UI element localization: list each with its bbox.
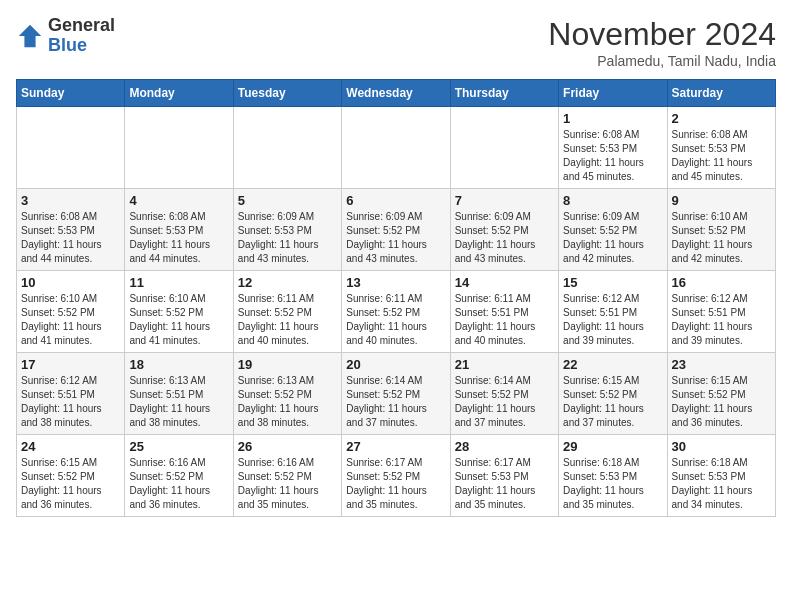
logo-general-text: General [48, 15, 115, 35]
calendar-cell: 2Sunrise: 6:08 AM Sunset: 5:53 PM Daylig… [667, 107, 775, 189]
calendar-cell: 3Sunrise: 6:08 AM Sunset: 5:53 PM Daylig… [17, 189, 125, 271]
day-info: Sunrise: 6:17 AM Sunset: 5:53 PM Dayligh… [455, 456, 554, 512]
calendar-cell: 27Sunrise: 6:17 AM Sunset: 5:52 PM Dayli… [342, 435, 450, 517]
calendar-cell [17, 107, 125, 189]
calendar-cell: 7Sunrise: 6:09 AM Sunset: 5:52 PM Daylig… [450, 189, 558, 271]
calendar-cell: 16Sunrise: 6:12 AM Sunset: 5:51 PM Dayli… [667, 271, 775, 353]
weekday-row: SundayMondayTuesdayWednesdayThursdayFrid… [17, 80, 776, 107]
day-number: 13 [346, 275, 445, 290]
day-info: Sunrise: 6:10 AM Sunset: 5:52 PM Dayligh… [672, 210, 771, 266]
calendar-cell: 23Sunrise: 6:15 AM Sunset: 5:52 PM Dayli… [667, 353, 775, 435]
calendar-week-row: 1Sunrise: 6:08 AM Sunset: 5:53 PM Daylig… [17, 107, 776, 189]
day-info: Sunrise: 6:11 AM Sunset: 5:52 PM Dayligh… [346, 292, 445, 348]
calendar-cell: 15Sunrise: 6:12 AM Sunset: 5:51 PM Dayli… [559, 271, 667, 353]
day-number: 15 [563, 275, 662, 290]
calendar-cell [342, 107, 450, 189]
calendar-cell: 22Sunrise: 6:15 AM Sunset: 5:52 PM Dayli… [559, 353, 667, 435]
day-info: Sunrise: 6:15 AM Sunset: 5:52 PM Dayligh… [21, 456, 120, 512]
day-number: 16 [672, 275, 771, 290]
weekday-header: Wednesday [342, 80, 450, 107]
day-info: Sunrise: 6:13 AM Sunset: 5:51 PM Dayligh… [129, 374, 228, 430]
calendar-cell: 8Sunrise: 6:09 AM Sunset: 5:52 PM Daylig… [559, 189, 667, 271]
calendar-cell: 24Sunrise: 6:15 AM Sunset: 5:52 PM Dayli… [17, 435, 125, 517]
weekday-header: Tuesday [233, 80, 341, 107]
day-info: Sunrise: 6:11 AM Sunset: 5:51 PM Dayligh… [455, 292, 554, 348]
calendar-cell: 1Sunrise: 6:08 AM Sunset: 5:53 PM Daylig… [559, 107, 667, 189]
day-number: 17 [21, 357, 120, 372]
day-info: Sunrise: 6:15 AM Sunset: 5:52 PM Dayligh… [563, 374, 662, 430]
day-number: 12 [238, 275, 337, 290]
calendar-week-row: 24Sunrise: 6:15 AM Sunset: 5:52 PM Dayli… [17, 435, 776, 517]
day-number: 28 [455, 439, 554, 454]
calendar-cell: 19Sunrise: 6:13 AM Sunset: 5:52 PM Dayli… [233, 353, 341, 435]
weekday-header: Saturday [667, 80, 775, 107]
calendar-cell: 9Sunrise: 6:10 AM Sunset: 5:52 PM Daylig… [667, 189, 775, 271]
day-info: Sunrise: 6:12 AM Sunset: 5:51 PM Dayligh… [563, 292, 662, 348]
calendar-table: SundayMondayTuesdayWednesdayThursdayFrid… [16, 79, 776, 517]
day-number: 1 [563, 111, 662, 126]
weekday-header: Thursday [450, 80, 558, 107]
calendar-cell: 14Sunrise: 6:11 AM Sunset: 5:51 PM Dayli… [450, 271, 558, 353]
day-info: Sunrise: 6:09 AM Sunset: 5:52 PM Dayligh… [455, 210, 554, 266]
calendar-cell: 26Sunrise: 6:16 AM Sunset: 5:52 PM Dayli… [233, 435, 341, 517]
day-number: 23 [672, 357, 771, 372]
day-info: Sunrise: 6:15 AM Sunset: 5:52 PM Dayligh… [672, 374, 771, 430]
calendar-cell [125, 107, 233, 189]
day-info: Sunrise: 6:10 AM Sunset: 5:52 PM Dayligh… [21, 292, 120, 348]
day-number: 21 [455, 357, 554, 372]
calendar-cell [233, 107, 341, 189]
weekday-header: Friday [559, 80, 667, 107]
logo-blue-text: Blue [48, 35, 87, 55]
month-title: November 2024 [548, 16, 776, 53]
day-number: 2 [672, 111, 771, 126]
day-number: 7 [455, 193, 554, 208]
logo: General Blue [16, 16, 115, 56]
day-number: 25 [129, 439, 228, 454]
day-info: Sunrise: 6:18 AM Sunset: 5:53 PM Dayligh… [563, 456, 662, 512]
weekday-header: Sunday [17, 80, 125, 107]
day-number: 29 [563, 439, 662, 454]
calendar-cell: 20Sunrise: 6:14 AM Sunset: 5:52 PM Dayli… [342, 353, 450, 435]
day-number: 8 [563, 193, 662, 208]
day-number: 9 [672, 193, 771, 208]
day-number: 14 [455, 275, 554, 290]
day-info: Sunrise: 6:16 AM Sunset: 5:52 PM Dayligh… [238, 456, 337, 512]
calendar-body: 1Sunrise: 6:08 AM Sunset: 5:53 PM Daylig… [17, 107, 776, 517]
day-number: 11 [129, 275, 228, 290]
calendar-cell: 12Sunrise: 6:11 AM Sunset: 5:52 PM Dayli… [233, 271, 341, 353]
day-number: 6 [346, 193, 445, 208]
day-info: Sunrise: 6:11 AM Sunset: 5:52 PM Dayligh… [238, 292, 337, 348]
calendar-cell: 18Sunrise: 6:13 AM Sunset: 5:51 PM Dayli… [125, 353, 233, 435]
calendar-header: SundayMondayTuesdayWednesdayThursdayFrid… [17, 80, 776, 107]
calendar-cell: 4Sunrise: 6:08 AM Sunset: 5:53 PM Daylig… [125, 189, 233, 271]
day-info: Sunrise: 6:17 AM Sunset: 5:52 PM Dayligh… [346, 456, 445, 512]
day-number: 19 [238, 357, 337, 372]
day-info: Sunrise: 6:14 AM Sunset: 5:52 PM Dayligh… [455, 374, 554, 430]
calendar-cell: 21Sunrise: 6:14 AM Sunset: 5:52 PM Dayli… [450, 353, 558, 435]
day-info: Sunrise: 6:08 AM Sunset: 5:53 PM Dayligh… [21, 210, 120, 266]
svg-marker-0 [19, 25, 41, 47]
day-number: 10 [21, 275, 120, 290]
day-info: Sunrise: 6:09 AM Sunset: 5:53 PM Dayligh… [238, 210, 337, 266]
weekday-header: Monday [125, 80, 233, 107]
calendar-cell: 11Sunrise: 6:10 AM Sunset: 5:52 PM Dayli… [125, 271, 233, 353]
calendar-cell: 10Sunrise: 6:10 AM Sunset: 5:52 PM Dayli… [17, 271, 125, 353]
calendar-cell: 5Sunrise: 6:09 AM Sunset: 5:53 PM Daylig… [233, 189, 341, 271]
calendar-cell [450, 107, 558, 189]
day-info: Sunrise: 6:08 AM Sunset: 5:53 PM Dayligh… [563, 128, 662, 184]
page-header: General Blue November 2024 Palamedu, Tam… [16, 16, 776, 69]
day-info: Sunrise: 6:13 AM Sunset: 5:52 PM Dayligh… [238, 374, 337, 430]
day-info: Sunrise: 6:08 AM Sunset: 5:53 PM Dayligh… [672, 128, 771, 184]
day-number: 27 [346, 439, 445, 454]
calendar-cell: 25Sunrise: 6:16 AM Sunset: 5:52 PM Dayli… [125, 435, 233, 517]
title-block: November 2024 Palamedu, Tamil Nadu, Indi… [548, 16, 776, 69]
calendar-cell: 6Sunrise: 6:09 AM Sunset: 5:52 PM Daylig… [342, 189, 450, 271]
calendar-cell: 30Sunrise: 6:18 AM Sunset: 5:53 PM Dayli… [667, 435, 775, 517]
day-number: 3 [21, 193, 120, 208]
day-number: 30 [672, 439, 771, 454]
calendar-cell: 13Sunrise: 6:11 AM Sunset: 5:52 PM Dayli… [342, 271, 450, 353]
calendar-cell: 29Sunrise: 6:18 AM Sunset: 5:53 PM Dayli… [559, 435, 667, 517]
calendar-cell: 17Sunrise: 6:12 AM Sunset: 5:51 PM Dayli… [17, 353, 125, 435]
day-number: 20 [346, 357, 445, 372]
calendar-week-row: 3Sunrise: 6:08 AM Sunset: 5:53 PM Daylig… [17, 189, 776, 271]
